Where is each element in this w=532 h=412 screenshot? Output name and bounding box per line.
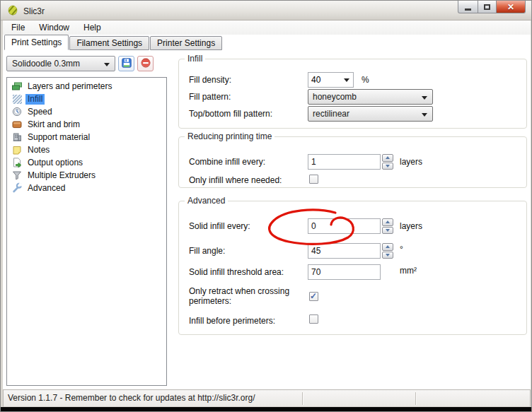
tab-filament-settings[interactable]: Filament Settings	[69, 36, 149, 50]
delete-preset-button[interactable]	[137, 56, 154, 71]
combine-infill-spinner	[382, 154, 393, 170]
tab-bar: Print Settings Filament Settings Printer…	[3, 35, 531, 50]
fill-angle-input[interactable]	[308, 243, 381, 259]
spin-up-button[interactable]	[382, 218, 393, 226]
output-arrow-icon	[11, 157, 23, 168]
tree-item-speed[interactable]: Speed	[7, 105, 166, 118]
skirt-box-icon	[11, 119, 23, 130]
fill-density-combo[interactable]	[308, 72, 354, 88]
spin-down-button[interactable]	[382, 163, 393, 170]
top-bottom-fill-pattern-label: Top/bottom fill pattern:	[189, 109, 306, 119]
combine-infill-label: Combine infill every:	[189, 157, 306, 167]
slic3r-window: Slic3r ✕ File Window Help Print Settings…	[0, 0, 532, 412]
tree-item-skirt-and-brim[interactable]: Skirt and brim	[7, 118, 166, 131]
tree-item-support-material[interactable]: Support material	[7, 131, 166, 143]
only-infill-where-needed-checkbox[interactable]	[309, 175, 318, 184]
tree-item-layers-and-perimeters[interactable]: Layers and perimeters	[7, 80, 166, 93]
tree-label: Layers and perimeters	[25, 81, 114, 92]
arrow-down-icon	[386, 229, 390, 232]
tree-item-advanced[interactable]: Advanced	[7, 182, 166, 194]
arrow-up-icon	[386, 156, 390, 159]
solid-infill-threshold-unit: mm²	[400, 266, 417, 276]
spin-down-button[interactable]	[382, 227, 393, 235]
fill-pattern-label: Fill pattern:	[189, 92, 306, 102]
arrow-up-icon	[386, 245, 390, 248]
fill-density-input[interactable]	[308, 73, 340, 87]
menu-help[interactable]: Help	[76, 20, 108, 35]
wrench-icon	[11, 182, 23, 194]
tab-printer-settings[interactable]: Printer Settings	[150, 36, 222, 50]
save-preset-button[interactable]	[118, 56, 134, 71]
speed-clock-icon	[11, 106, 23, 117]
maximize-button[interactable]	[478, 1, 497, 13]
solid-infill-every-input[interactable]	[308, 218, 381, 234]
arrow-down-icon	[386, 254, 390, 257]
fill-pattern-select[interactable]: honeycomb	[308, 89, 433, 105]
group-title: Reducing printing time	[185, 131, 274, 141]
top-bottom-fill-pattern-value: rectilinear	[313, 109, 349, 119]
tree-label: Multiple Extruders	[25, 170, 98, 181]
tree-label: Output options	[25, 158, 85, 168]
solid-infill-threshold-label: Solid infill threshold area:	[189, 267, 306, 277]
bottom-black-strip	[1, 407, 532, 412]
solid-infill-threshold-input[interactable]	[308, 264, 381, 280]
main-page: Print Settings Filament Settings Printer…	[3, 35, 531, 389]
delete-circle-icon	[141, 58, 151, 70]
chevron-down-icon	[104, 63, 110, 66]
tree-label: Infill	[25, 94, 45, 105]
group-title: Infill	[185, 54, 205, 64]
tree-label: Advanced	[25, 183, 67, 194]
fill-angle-unit: °	[400, 245, 403, 254]
window-controls: ✕	[458, 1, 526, 13]
preset-select[interactable]: Solidoodle 0.3mm	[6, 56, 115, 71]
title-bar: Slic3r ✕	[1, 1, 531, 20]
spin-down-button[interactable]	[382, 252, 393, 259]
spin-up-button[interactable]	[382, 243, 393, 251]
only-retract-checkbox[interactable]	[309, 292, 318, 301]
notes-icon	[11, 144, 23, 155]
minimize-button[interactable]	[458, 1, 478, 13]
status-bar: Version 1.1.7 - Remember to check for up…	[3, 389, 531, 407]
close-icon: ✕	[507, 2, 514, 12]
group-infill: Infill Fill density: % Fill pattern: hon…	[178, 59, 527, 129]
group-advanced: Advanced Solid infill every: layers Fill…	[178, 201, 527, 335]
infill-before-perimeters-label: Infill before perimeters:	[189, 316, 306, 326]
close-button[interactable]: ✕	[496, 1, 526, 13]
infill-hatch-icon	[11, 93, 23, 105]
settings-tree: Layers and perimeters Infill Speed	[6, 77, 167, 386]
solid-infill-every-label: Solid infill every:	[189, 221, 306, 231]
tree-item-multiple-extruders[interactable]: Multiple Extruders	[7, 169, 166, 182]
spin-up-button[interactable]	[382, 154, 393, 162]
arrow-down-icon	[386, 165, 390, 167]
floppy-save-icon	[122, 58, 132, 70]
infill-before-perimeters-checkbox[interactable]	[309, 314, 318, 324]
fill-pattern-value: honeycomb	[313, 92, 357, 102]
group-title: Advanced	[185, 196, 228, 206]
combine-infill-input[interactable]	[308, 154, 381, 170]
tree-item-infill[interactable]: Infill	[7, 93, 166, 105]
fill-density-unit: %	[362, 75, 369, 85]
funnel-icon	[11, 170, 23, 181]
fill-angle-spinner	[382, 243, 393, 259]
tree-label: Support material	[25, 132, 92, 143]
chevron-down-icon[interactable]	[344, 78, 349, 82]
menu-file[interactable]: File	[4, 20, 32, 35]
preset-value: Solidoodle 0.3mm	[12, 59, 80, 69]
tree-item-notes[interactable]: Notes	[7, 143, 166, 156]
menu-window[interactable]: Window	[32, 20, 76, 35]
status-separator	[302, 392, 303, 405]
tree-item-output-options[interactable]: Output options	[7, 156, 166, 169]
group-reducing-printing-time: Reducing printing time Combine infill ev…	[178, 136, 527, 188]
preset-row: Solidoodle 0.3mm	[6, 56, 154, 71]
solid-infill-every-spinner	[382, 218, 393, 234]
tree-label: Skirt and brim	[25, 119, 82, 130]
tree-label: Speed	[25, 107, 54, 117]
minimize-icon	[465, 8, 471, 11]
only-infill-where-needed-label: Only infill where needed:	[189, 175, 306, 185]
window-title: Slic3r	[23, 6, 45, 16]
layers-icon	[11, 81, 23, 92]
menu-bar: File Window Help	[3, 20, 531, 35]
tab-print-settings[interactable]: Print Settings	[4, 35, 69, 50]
top-bottom-fill-pattern-select[interactable]: rectilinear	[308, 106, 433, 122]
status-separator	[415, 392, 416, 405]
